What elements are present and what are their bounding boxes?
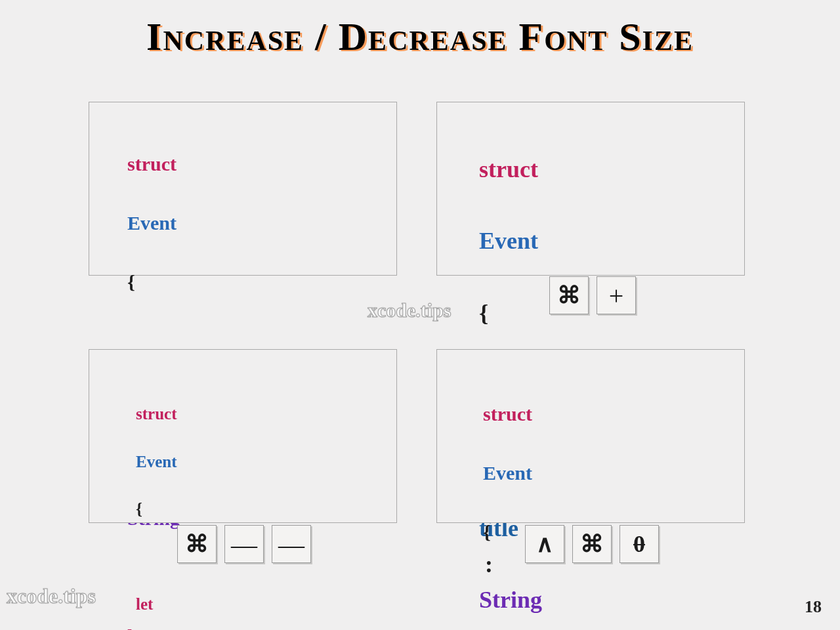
type-name: Event [127,212,177,234]
key-minus: — [224,525,264,563]
key-command: ⌘ [177,525,217,563]
code-panel-original: struct Event { let title : String let da… [89,102,397,276]
brace-open: { [127,271,135,293]
page-title: Increase / Decrease Font Size [0,14,840,60]
shortcut-increase: ⌘ + [549,276,636,314]
page-number: 18 [805,597,822,617]
keyword-struct: struct [479,156,538,182]
brace-open: { [483,521,491,543]
key-zero: 0 [620,525,659,563]
type-name: Event [136,453,177,471]
keyword-struct: struct [127,153,177,175]
key-command: ⌘ [549,276,589,314]
keyword-struct: struct [483,403,532,425]
shortcut-reset: ∧ ⌘ 0 [525,525,659,563]
watermark-corner: xcode.tips [7,584,96,608]
key-control: ∧ [525,525,564,563]
brace-open: { [136,500,142,518]
type-name: Event [483,462,532,484]
key-command: ⌘ [572,525,612,563]
code-panel-reset: struct Event { let title : String let da… [436,349,745,523]
type-name: Event [479,228,538,254]
shortcut-decrease: ⌘ — — [177,525,311,563]
key-plus: + [597,276,636,314]
code-panel-smaller: struct Event { let title : String let da… [89,349,397,523]
keyword-struct: struct [136,405,177,423]
brace-open: { [479,300,488,326]
watermark-center: xcode.tips [368,299,452,322]
key-minus: — [272,525,311,563]
code-panel-larger: struct Event { let title : String let da… [436,102,745,276]
keyword-let: let [136,595,153,613]
